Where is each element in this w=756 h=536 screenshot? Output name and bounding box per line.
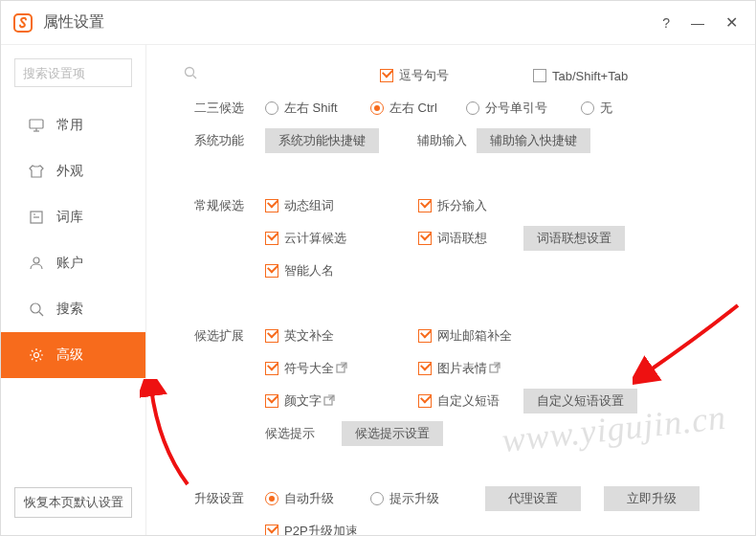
checkbox-label: 词语联想 (437, 230, 487, 247)
svg-point-10 (31, 303, 40, 313)
checkbox-label: 拆分输入 (437, 197, 487, 214)
content-area: 逗号句号 Tab/Shift+Tab 二三候选 左右 Shift 左右 Ctrl… (146, 45, 755, 535)
radio-label: 自动升级 (284, 490, 334, 507)
group-label-23: 二三候选 (175, 100, 244, 117)
sidebar-item-advanced[interactable]: 高级 (1, 332, 145, 378)
checkbox-smartname[interactable]: 智能人名 (265, 262, 334, 279)
sidebar-item-label: 高级 (56, 346, 83, 364)
checkbox-cloud[interactable]: 云计算候选 (265, 230, 418, 247)
radio-label: 左右 Shift (284, 100, 338, 117)
sidebar-item-label: 词库 (56, 209, 83, 226)
group-label-normal: 常规候选 (175, 197, 244, 214)
checkbox-label: 逗号句号 (399, 67, 449, 84)
group-label-sys: 系统功能 (175, 132, 244, 149)
checkbox-label: 英文补全 (284, 327, 334, 345)
checkbox-label: 智能人名 (284, 262, 334, 279)
sidebar-item-common[interactable]: 常用 (1, 102, 145, 148)
user-icon (28, 255, 45, 272)
monitor-icon (28, 117, 45, 134)
sidebar-item-account[interactable]: 账户 (1, 240, 145, 286)
checkbox-label: 符号大全 (284, 360, 334, 377)
sidebar-item-label: 账户 (56, 255, 83, 272)
checkbox-label: 云计算候选 (284, 230, 346, 247)
aux-input-label: 辅助输入 (417, 132, 467, 149)
shirt-icon (28, 163, 45, 180)
sidebar-item-label: 常用 (56, 117, 83, 134)
app-logo-icon (12, 12, 33, 34)
checkbox-label: 颜文字 (284, 392, 322, 410)
radio-ask-upgrade[interactable]: 提示升级 (370, 490, 485, 507)
checkbox-custom-phrase[interactable]: 自定义短语 (418, 392, 523, 410)
checkbox-label: P2P升级加速 (284, 523, 358, 535)
sidebar-item-dictionary[interactable]: 词库 (1, 194, 145, 240)
hint-label: 候选提示 (265, 425, 342, 442)
radio-label: 分号单引号 (485, 100, 547, 117)
svg-point-9 (33, 257, 39, 263)
checkbox-symbol[interactable]: 符号大全 (265, 360, 418, 377)
search-box[interactable] (14, 58, 132, 87)
checkbox-label: 图片表情 (437, 360, 487, 377)
checkbox-label: Tab/Shift+Tab (552, 69, 628, 83)
help-icon[interactable]: ? (662, 15, 670, 31)
upgrade-now-button[interactable]: 立即升级 (604, 486, 700, 511)
checkbox-label: 动态组词 (284, 197, 334, 214)
radio-label: 提示升级 (389, 490, 439, 507)
minimize-icon[interactable]: — (691, 15, 704, 31)
assoc-settings-button[interactable]: 词语联想设置 (523, 226, 625, 251)
titlebar: 属性设置 ? — ✕ (1, 1, 755, 45)
radio-none[interactable]: 无 (581, 100, 612, 117)
hint-settings-button[interactable]: 候选提示设置 (342, 421, 443, 446)
radio-lr-ctrl[interactable]: 左右 Ctrl (370, 100, 466, 117)
sidebar-item-search[interactable]: 搜索 (1, 286, 145, 332)
checkbox-kaomoji[interactable]: 颜文字 (265, 392, 418, 410)
checkbox-assoc[interactable]: 词语联想 (418, 230, 523, 247)
checkbox-pic-emoji[interactable]: 图片表情 (418, 360, 502, 377)
radio-lr-shift[interactable]: 左右 Shift (265, 100, 370, 117)
radio-semi-quote[interactable]: 分号单引号 (466, 100, 581, 117)
checkbox-split-input[interactable]: 拆分输入 (418, 197, 487, 214)
external-link-icon[interactable] (489, 362, 502, 375)
svg-point-12 (34, 353, 39, 358)
checkbox-tab-shift-tab[interactable]: Tab/Shift+Tab (533, 69, 628, 83)
group-label-expand: 候选扩展 (175, 327, 244, 345)
sidebar-item-label: 搜索 (56, 301, 83, 318)
checkbox-url-complete[interactable]: 网址邮箱补全 (418, 327, 512, 345)
custom-phrase-settings-button[interactable]: 自定义短语设置 (523, 389, 637, 413)
checkbox-label: 网址邮箱补全 (437, 327, 512, 345)
gear-icon (28, 346, 45, 364)
close-icon[interactable]: ✕ (725, 13, 738, 32)
sys-hotkey-button[interactable]: 系统功能快捷键 (265, 128, 379, 153)
external-link-icon[interactable] (323, 394, 337, 408)
sidebar-item-appearance[interactable]: 外观 (1, 148, 145, 194)
radio-label: 左右 Ctrl (389, 100, 437, 117)
radio-auto-upgrade[interactable]: 自动升级 (265, 490, 370, 507)
group-label-upgrade: 升级设置 (175, 490, 244, 507)
sidebar: 常用 外观 词库 账户 搜索 高级 恢复本页默认设置 (1, 45, 146, 535)
checkbox-label: 自定义短语 (437, 392, 500, 410)
checkbox-dynamic[interactable]: 动态组词 (265, 197, 418, 214)
checkbox-p2p[interactable]: P2P升级加速 (265, 523, 358, 535)
sidebar-item-label: 外观 (56, 163, 83, 180)
aux-hotkey-button[interactable]: 辅助输入快捷键 (477, 128, 590, 153)
checkbox-eng-complete[interactable]: 英文补全 (265, 327, 418, 345)
reset-defaults-button[interactable]: 恢复本页默认设置 (14, 487, 132, 518)
svg-line-11 (39, 312, 43, 316)
svg-rect-3 (30, 120, 43, 128)
proxy-settings-button[interactable]: 代理设置 (485, 486, 581, 511)
magnifier-icon (28, 301, 45, 318)
dictionary-icon (28, 209, 45, 226)
radio-label: 无 (600, 100, 612, 117)
checkbox-comma-period[interactable]: 逗号句号 (380, 67, 533, 84)
window-title: 属性设置 (43, 12, 104, 33)
external-link-icon[interactable] (336, 362, 349, 375)
